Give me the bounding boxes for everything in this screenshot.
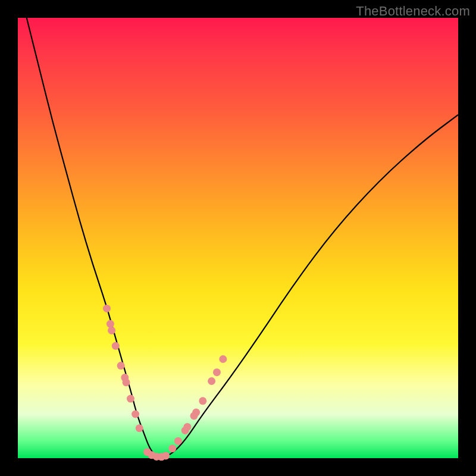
data-marker <box>219 355 227 363</box>
chart-frame: TheBottleneck.com <box>0 0 476 476</box>
data-marker <box>123 378 130 386</box>
data-marker <box>136 424 143 432</box>
data-marker <box>199 397 206 405</box>
data-marker <box>131 411 139 418</box>
data-marker <box>103 305 111 312</box>
data-marker <box>213 368 221 376</box>
plot-area <box>18 18 458 458</box>
data-marker <box>174 437 182 445</box>
data-marker <box>107 320 114 328</box>
data-marker <box>108 327 115 334</box>
data-marker <box>117 362 125 369</box>
data-marker <box>208 377 215 385</box>
bottleneck-curve <box>27 18 458 457</box>
data-marker <box>168 444 176 452</box>
data-marker <box>162 452 170 459</box>
watermark-text: TheBottleneck.com <box>356 4 470 19</box>
chart-svg <box>18 18 458 458</box>
data-marker <box>127 395 134 403</box>
data-marker <box>192 409 200 416</box>
data-marker <box>112 342 120 350</box>
data-markers <box>103 305 227 461</box>
data-marker <box>183 423 191 431</box>
